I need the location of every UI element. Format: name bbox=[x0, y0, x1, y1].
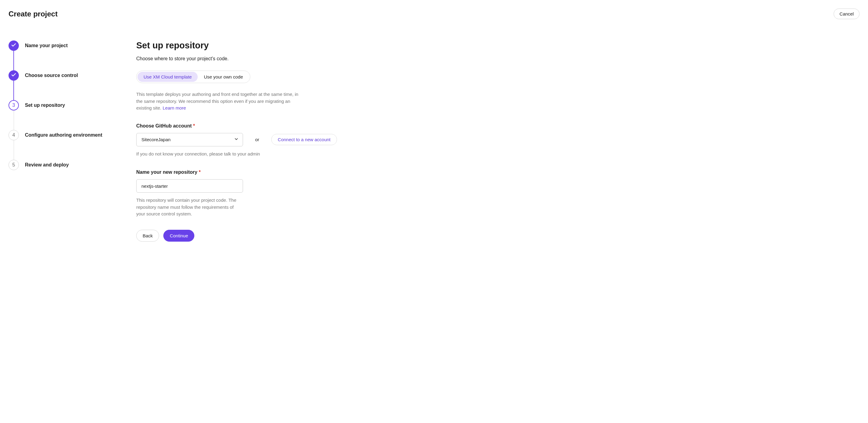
step-configure-environment[interactable]: 4 Configure authoring environment bbox=[8, 130, 103, 160]
github-account-label: Choose GitHub account * bbox=[136, 123, 349, 129]
step-review-deploy[interactable]: 5 Review and deploy bbox=[8, 160, 103, 170]
page-header: Create project Cancel bbox=[8, 8, 860, 19]
template-description-text: This template deploys your authoring and… bbox=[136, 92, 298, 111]
wizard-actions: Back Continue bbox=[136, 230, 349, 242]
connect-new-account-button[interactable]: Connect to a new account bbox=[271, 134, 337, 145]
required-indicator: * bbox=[198, 170, 200, 175]
step-label: Choose source control bbox=[25, 73, 78, 78]
check-icon bbox=[11, 72, 17, 79]
step-name-project[interactable]: Name your project bbox=[8, 40, 103, 70]
stepper: Name your project Choose source control … bbox=[8, 40, 103, 242]
check-icon bbox=[11, 42, 17, 49]
step-connector bbox=[14, 111, 14, 130]
layout: Name your project Choose source control … bbox=[8, 40, 860, 242]
github-account-label-text: Choose GitHub account bbox=[136, 123, 192, 128]
back-button[interactable]: Back bbox=[136, 230, 159, 242]
repository-name-field: Name your new repository * This reposito… bbox=[136, 170, 349, 218]
step-connector bbox=[13, 81, 14, 100]
toggle-own-code-option[interactable]: Use your own code bbox=[198, 72, 249, 82]
main-content: Set up repository Choose where to store … bbox=[136, 40, 349, 242]
step-connector bbox=[13, 51, 14, 70]
cancel-button[interactable]: Cancel bbox=[834, 8, 860, 19]
repository-name-label-text: Name your new repository bbox=[136, 170, 197, 175]
required-indicator: * bbox=[193, 123, 195, 128]
step-indicator-done bbox=[8, 70, 19, 81]
github-account-select[interactable]: SitecoreJapan bbox=[136, 133, 243, 146]
code-source-toggle: Use XM Cloud template Use your own code bbox=[136, 70, 250, 83]
page-title: Create project bbox=[8, 10, 58, 18]
github-account-field: Choose GitHub account * SitecoreJapan or… bbox=[136, 123, 349, 158]
github-help-text: If you do not know your connection, plea… bbox=[136, 151, 349, 158]
learn-more-link[interactable]: Learn more bbox=[163, 105, 186, 111]
or-separator: or bbox=[255, 137, 259, 142]
repository-help-text: This repository will contain your projec… bbox=[136, 197, 240, 218]
step-indicator-pending: 4 bbox=[8, 130, 19, 140]
step-connector bbox=[14, 140, 14, 160]
repository-name-label: Name your new repository * bbox=[136, 170, 349, 175]
continue-button[interactable]: Continue bbox=[163, 230, 194, 242]
github-account-select-wrapper: SitecoreJapan bbox=[136, 133, 243, 146]
step-indicator-pending: 5 bbox=[8, 160, 19, 170]
toggle-template-option[interactable]: Use XM Cloud template bbox=[137, 72, 198, 82]
step-indicator-current: 3 bbox=[8, 100, 19, 111]
step-setup-repository[interactable]: 3 Set up repository bbox=[8, 100, 103, 130]
github-account-row: SitecoreJapan or Connect to a new accoun… bbox=[136, 133, 349, 146]
step-source-control[interactable]: Choose source control bbox=[8, 70, 103, 100]
step-label: Configure authoring environment bbox=[25, 132, 102, 138]
step-label: Name your project bbox=[25, 43, 67, 49]
repository-name-input[interactable] bbox=[136, 179, 243, 193]
template-description: This template deploys your authoring and… bbox=[136, 91, 301, 112]
step-label: Review and deploy bbox=[25, 162, 69, 168]
section-title: Set up repository bbox=[136, 40, 349, 51]
step-label: Set up repository bbox=[25, 102, 65, 108]
step-indicator-done bbox=[8, 40, 19, 51]
section-subtitle: Choose where to store your project's cod… bbox=[136, 56, 349, 61]
